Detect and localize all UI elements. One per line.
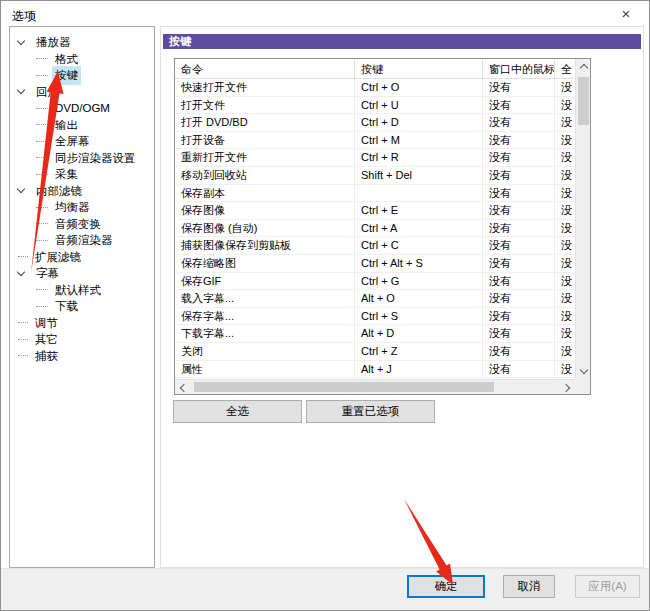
tree-item-14[interactable]: 扩展滤镜 bbox=[10, 249, 154, 266]
tree-item-3[interactable]: 按键 bbox=[10, 67, 154, 84]
table-row[interactable]: 打开 DVD/BDCtrl + D没有没 bbox=[175, 114, 575, 132]
tree-item-11[interactable]: 均衡器 bbox=[10, 199, 154, 216]
table-row[interactable]: 保存缩略图Ctrl + Alt + S没有没 bbox=[175, 255, 575, 273]
scroll-left-icon[interactable] bbox=[175, 380, 190, 395]
chevron-down-icon[interactable] bbox=[17, 86, 25, 94]
horizontal-scrollbar[interactable] bbox=[175, 379, 575, 394]
table-cell: 没有 bbox=[483, 343, 555, 361]
table-cell: Ctrl + D bbox=[355, 114, 483, 132]
table-cell: 没 bbox=[555, 255, 575, 273]
table-cell: 捕获图像保存到剪贴板 bbox=[175, 237, 355, 255]
tree-item-8[interactable]: 同步渲染器设置 bbox=[10, 150, 154, 167]
table-row[interactable]: 保存图像 (自动)Ctrl + A没有没 bbox=[175, 220, 575, 238]
table-header-row: 命令按键窗口中的鼠标全 bbox=[175, 59, 575, 79]
table-cell: 关闭 bbox=[175, 343, 355, 361]
table-row[interactable]: 捕获图像保存到剪贴板Ctrl + C没有没 bbox=[175, 237, 575, 255]
table-cell bbox=[355, 185, 483, 203]
settings-tree: 播放器格式按键回放DVD/OGM输出全屏幕同步渲染器设置采集内部滤镜均衡器音频变… bbox=[9, 26, 155, 568]
table-row[interactable]: 打开文件Ctrl + U没有没 bbox=[175, 97, 575, 115]
tree-item-20[interactable]: 捕获 bbox=[10, 348, 154, 365]
table-row[interactable]: 快速打开文件Ctrl + O没有没 bbox=[175, 79, 575, 97]
table-row[interactable]: 保存图像Ctrl + E没有没 bbox=[175, 202, 575, 220]
table-cell: 没 bbox=[555, 97, 575, 115]
tree-connector bbox=[36, 124, 48, 125]
chevron-down-icon[interactable] bbox=[17, 37, 25, 45]
table-cell: 没有 bbox=[483, 220, 555, 238]
tree-item-6[interactable]: 输出 bbox=[10, 117, 154, 134]
table-cell: 保存字幕... bbox=[175, 308, 355, 326]
chevron-down-icon[interactable] bbox=[17, 185, 25, 193]
tree-item-16[interactable]: 默认样式 bbox=[10, 282, 154, 299]
table-row[interactable]: 移动到回收站Shift + Del没有没 bbox=[175, 167, 575, 185]
apply-button[interactable]: 应用(A) bbox=[575, 575, 640, 598]
table-cell: Alt + D bbox=[355, 325, 483, 343]
table-row[interactable]: 关闭Ctrl + Z没有没 bbox=[175, 343, 575, 361]
table-row[interactable]: 下载字幕...Alt + D没有没 bbox=[175, 325, 575, 343]
table-cell: 没有 bbox=[483, 114, 555, 132]
vertical-scroll-thumb[interactable] bbox=[578, 77, 589, 125]
tree-item-1[interactable]: 播放器 bbox=[10, 34, 154, 51]
table-row[interactable]: 打开设备Ctrl + M没有没 bbox=[175, 132, 575, 150]
table-cell: Ctrl + G bbox=[355, 273, 483, 291]
tree-connector bbox=[18, 355, 28, 356]
table-cell: 属性 bbox=[175, 361, 355, 379]
chevron-down-icon[interactable] bbox=[17, 268, 25, 276]
tree-item-9[interactable]: 采集 bbox=[10, 166, 154, 183]
table-cell: 重新打开文件 bbox=[175, 149, 355, 167]
tree-item-7[interactable]: 全屏幕 bbox=[10, 133, 154, 150]
tree-connector bbox=[36, 174, 48, 175]
table-row[interactable]: 属性Alt + J没有没 bbox=[175, 361, 575, 379]
tree-connector bbox=[18, 339, 28, 340]
table-cell: 没有 bbox=[483, 185, 555, 203]
tree-item-15[interactable]: 字幕 bbox=[10, 265, 154, 282]
tree-item-19[interactable]: 其它 bbox=[10, 331, 154, 348]
tree-item-10[interactable]: 内部滤镜 bbox=[10, 183, 154, 200]
tree-connector bbox=[18, 256, 28, 257]
table-cell: 没 bbox=[555, 114, 575, 132]
table-row[interactable]: 保存副本没有没 bbox=[175, 185, 575, 203]
select-all-button[interactable]: 全选 bbox=[173, 400, 302, 423]
table-cell: Shift + Del bbox=[355, 167, 483, 185]
table-cell: 没有 bbox=[483, 255, 555, 273]
close-icon[interactable]: × bbox=[609, 1, 643, 29]
tree-item-4[interactable]: 回放 bbox=[10, 84, 154, 101]
table-row[interactable]: 保存字幕...Ctrl + S没有没 bbox=[175, 308, 575, 326]
tree-item-5[interactable]: DVD/OGM bbox=[10, 100, 154, 117]
table-row[interactable]: 重新打开文件Ctrl + R没有没 bbox=[175, 149, 575, 167]
table-cell: 没 bbox=[555, 167, 575, 185]
table-row[interactable]: 保存GIFCtrl + G没有没 bbox=[175, 273, 575, 291]
table-row[interactable]: 载入字幕...Alt + O没有没 bbox=[175, 290, 575, 308]
tree-item-2[interactable]: 格式 bbox=[10, 51, 154, 68]
tree-item-17[interactable]: 下载 bbox=[10, 298, 154, 315]
tree-item-18[interactable]: 调节 bbox=[10, 315, 154, 332]
ok-button[interactable]: 确定 bbox=[407, 575, 485, 598]
table-cell: 保存图像 (自动) bbox=[175, 220, 355, 238]
table-cell: Ctrl + Alt + S bbox=[355, 255, 483, 273]
scroll-up-icon[interactable] bbox=[576, 59, 591, 74]
tree-item-label: 捕获 bbox=[32, 347, 61, 366]
tree-connector bbox=[36, 306, 48, 307]
table-cell: Ctrl + S bbox=[355, 308, 483, 326]
table-cell: 没 bbox=[555, 185, 575, 203]
table-cell: 没有 bbox=[483, 290, 555, 308]
table-cell: 快速打开文件 bbox=[175, 79, 355, 97]
dialog-title: 选项 bbox=[12, 8, 36, 25]
table-cell: 打开设备 bbox=[175, 132, 355, 150]
table-cell: 没 bbox=[555, 273, 575, 291]
column-header[interactable]: 窗口中的鼠标 bbox=[483, 59, 555, 79]
table-cell: 没有 bbox=[483, 97, 555, 115]
table-cell: 没有 bbox=[483, 202, 555, 220]
column-header[interactable]: 全 bbox=[555, 59, 575, 79]
column-header[interactable]: 命令 bbox=[175, 59, 355, 79]
tree-item-13[interactable]: 音频渲染器 bbox=[10, 232, 154, 249]
tree-item-12[interactable]: 音频变换 bbox=[10, 216, 154, 233]
table-cell: Alt + J bbox=[355, 361, 483, 379]
column-header[interactable]: 按键 bbox=[355, 59, 483, 79]
scroll-right-icon[interactable] bbox=[560, 380, 575, 395]
vertical-scrollbar[interactable] bbox=[575, 59, 590, 379]
scroll-down-icon[interactable] bbox=[576, 364, 591, 379]
horizontal-scroll-thumb[interactable] bbox=[194, 382, 494, 392]
table-cell: 没有 bbox=[483, 325, 555, 343]
cancel-button[interactable]: 取消 bbox=[503, 575, 555, 598]
reset-selected-button[interactable]: 重置已选项 bbox=[306, 400, 435, 423]
